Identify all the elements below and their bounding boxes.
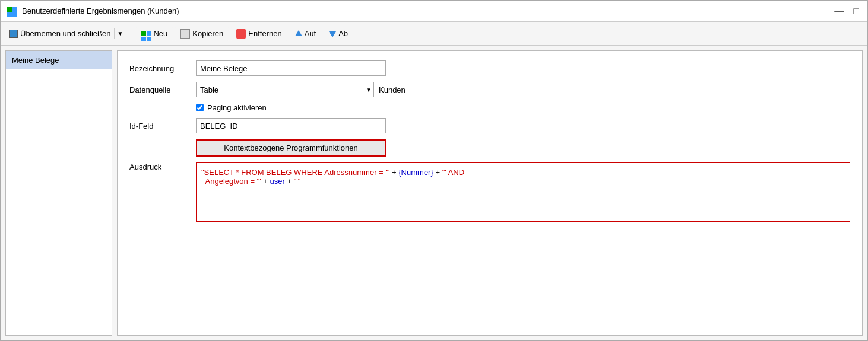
ausdruck-code-area[interactable]: "SELECT * FROM BELEG WHERE Adressnummer … (196, 162, 850, 222)
up-icon (295, 30, 302, 36)
left-panel: Meine Belege (5, 50, 112, 336)
paging-row: Paging aktivieren (196, 103, 850, 112)
paging-label: Paging aktivieren (207, 103, 267, 112)
code-line-1: "SELECT * FROM BELEG WHERE Adressnummer … (201, 168, 845, 177)
right-panel: Bezeichnung Datenquelle Table View Query… (117, 50, 863, 336)
save-close-label: Übernemen und schließen (20, 29, 110, 38)
main-window: Benutzerdefinierte Ergebnismengen (Kunde… (0, 0, 868, 341)
id-feld-input[interactable] (196, 118, 386, 133)
save-close-main[interactable]: Übernemen und schließen (6, 27, 114, 40)
ausdruck-label: Ausdruck (129, 162, 189, 171)
minimize-button[interactable]: — (832, 7, 846, 16)
datenquelle-select-container: Table View Query ▼ (196, 82, 374, 97)
id-feld-row: Id-Feld (129, 118, 850, 133)
down-button[interactable]: Ab (324, 27, 353, 40)
code-var-1: {Nummer} (398, 168, 433, 177)
bezeichnung-input[interactable] (196, 60, 386, 76)
datenquelle-select-wrapper: Table View Query ▼ Kunden (196, 82, 406, 97)
list-item-label: Meine Belege (12, 56, 59, 65)
ausdruck-section: Ausdruck "SELECT * FROM BELEG WHERE Adre… (129, 162, 850, 222)
code-line-2: Angelegtvon = '" + user + "'" (201, 177, 845, 186)
window-title: Benutzerdefinierte Ergebnismengen (Kunde… (22, 7, 179, 15)
copy-label: Kopieren (192, 29, 223, 38)
maximize-button[interactable]: □ (851, 7, 861, 16)
save-icon (9, 30, 18, 38)
down-icon (329, 31, 336, 37)
code-string-3: Angelegtvon = '" (205, 177, 261, 186)
title-bar-controls: — □ (832, 7, 861, 16)
new-icon (141, 29, 151, 39)
new-label: Neu (153, 29, 167, 38)
title-bar-left: Benutzerdefinierte Ergebnismengen (Kunde… (7, 5, 179, 18)
code-string-4: "'" (294, 177, 301, 186)
new-button[interactable]: Neu (136, 27, 173, 41)
datenquelle-select[interactable]: Table View Query (196, 82, 374, 97)
code-string-2: "' AND (442, 168, 464, 177)
list-item-meine-belege[interactable]: Meine Belege (6, 51, 112, 69)
separator-1 (131, 27, 131, 41)
code-op-1: + (392, 168, 398, 177)
copy-button[interactable]: Kopieren (175, 27, 229, 41)
down-label: Ab (338, 29, 348, 38)
title-bar: Benutzerdefinierte Ergebnismengen (Kunde… (1, 1, 867, 22)
content-area: Meine Belege Bezeichnung Datenquelle Tab… (1, 46, 867, 340)
remove-icon (236, 29, 246, 39)
toolbar: Übernemen und schließen ▼ Neu Kopieren (1, 22, 867, 46)
code-var-2: user (270, 177, 285, 186)
context-btn-row: Kontextbezogene Programmfunktionen (129, 139, 850, 157)
remove-button[interactable]: Entfernen (231, 27, 287, 41)
remove-label: Entfernen (248, 29, 281, 38)
title-icon (7, 5, 17, 18)
code-op-3: + (263, 177, 270, 186)
bezeichnung-row: Bezeichnung (129, 60, 850, 76)
up-label: Auf (305, 29, 316, 38)
up-button[interactable]: Auf (290, 27, 322, 40)
context-button[interactable]: Kontextbezogene Programmfunktionen (196, 139, 386, 157)
code-string-1: "SELECT * FROM BELEG WHERE Adressnummer … (201, 168, 389, 177)
copy-icon (180, 29, 190, 39)
save-close-arrow[interactable]: ▼ (114, 28, 125, 39)
paging-checkbox[interactable] (196, 104, 204, 111)
bezeichnung-label: Bezeichnung (129, 64, 189, 73)
code-op-4: + (287, 177, 293, 186)
datenquelle-extra-label: Kunden (379, 85, 406, 94)
id-feld-label: Id-Feld (129, 122, 189, 130)
save-close-split-button[interactable]: Übernemen und schließen ▼ (5, 27, 126, 40)
datenquelle-row: Datenquelle Table View Query ▼ Kunden (129, 82, 850, 97)
datenquelle-label: Datenquelle (129, 85, 189, 94)
code-op-2: + (435, 168, 442, 177)
